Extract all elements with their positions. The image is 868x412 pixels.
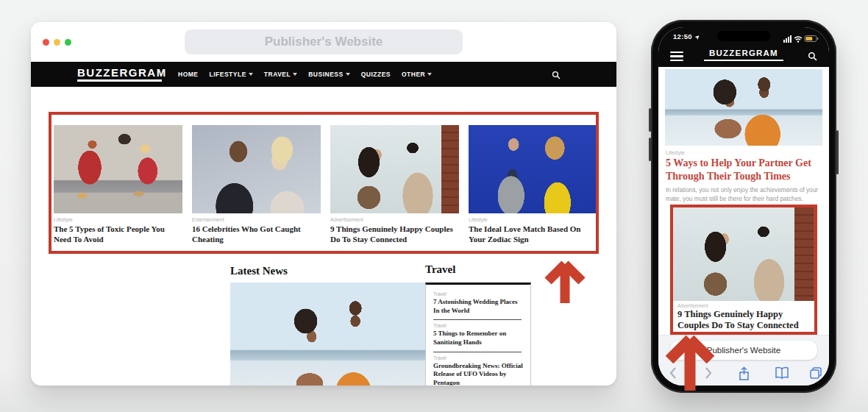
section-heading: Latest News <box>230 265 288 277</box>
nav-item-lifestyle[interactable]: LIFESTYLE <box>210 71 253 78</box>
close-window-button[interactable] <box>43 39 49 46</box>
tabs-icon[interactable] <box>809 366 822 383</box>
chevron-down-icon <box>249 73 253 76</box>
chevron-down-icon <box>293 73 297 76</box>
article-thumbnail[interactable] <box>330 125 459 213</box>
item-title[interactable]: 7 Astonishing Wedding Places In the Worl… <box>433 298 523 315</box>
latest-news-thumbnail[interactable] <box>230 283 429 386</box>
article-category: Lifestyle <box>666 150 685 155</box>
annotation-arrow-up-icon <box>663 332 717 395</box>
article-title[interactable]: The Ideal Love Match Based On Your Zodia… <box>469 224 597 245</box>
item-title[interactable]: 5 Things to Remember on Sanitizing Hands <box>433 330 523 347</box>
chevron-down-icon <box>346 73 350 76</box>
article-thumbnail[interactable] <box>665 69 822 146</box>
article-title[interactable]: The 5 Types of Toxic People You Need To … <box>54 224 182 245</box>
article-title[interactable]: 16 Celebrities Who Got Caught Cheating <box>192 224 321 245</box>
section-heading: Travel <box>425 263 455 276</box>
ad-category: Advertisement <box>677 303 814 308</box>
logo-underline <box>77 79 162 82</box>
sponsored-article-card[interactable]: Advertisement 9 Things Genuinely Happy C… <box>330 125 459 245</box>
chevron-down-icon <box>427 73 432 76</box>
article-card-row: Lifestyle The 5 Types of Toxic People Yo… <box>54 125 597 245</box>
item-title[interactable]: Groundbreaking News: Official Release of… <box>433 362 523 386</box>
nav-item-travel[interactable]: TRAVEL <box>264 71 297 78</box>
phone-volume-up-button <box>649 108 651 132</box>
nav-item-quizzes[interactable]: QUIZZES <box>361 71 391 78</box>
maximize-window-button[interactable] <box>65 39 71 46</box>
share-icon[interactable] <box>738 366 750 384</box>
divider <box>433 352 522 352</box>
minimize-window-button[interactable] <box>54 39 60 46</box>
nav-item-label: LIFESTYLE <box>210 71 246 78</box>
nav-item-home[interactable]: HOME <box>178 71 199 78</box>
battery-icon <box>805 36 818 42</box>
sponsored-card-highlight-box[interactable]: Advertisement 9 Things Genuinely Happy C… <box>670 205 817 335</box>
nav-item-label: TRAVEL <box>264 71 291 78</box>
url-bar-text: Publisher's Website <box>707 346 780 355</box>
list-item[interactable]: Travel 5 Things to Remember on Sanitizin… <box>433 323 523 352</box>
article-title[interactable]: 5 Ways to Help Your Partner Get Through … <box>666 157 819 182</box>
nav-item-label: HOME <box>178 71 199 78</box>
nav-item-label: OTHER <box>402 71 425 78</box>
list-item[interactable]: Travel Groundbreaking News: Official Rel… <box>433 355 523 386</box>
browser-titlebar: Publisher's Website <box>31 22 616 62</box>
phone-site-logo[interactable]: BUZZERGRAM <box>658 49 829 57</box>
window-controls <box>43 39 71 46</box>
article-card[interactable]: Entertainment 16 Celebrities Who Got Cau… <box>192 125 321 245</box>
article-category: Lifestyle <box>54 217 182 222</box>
search-icon[interactable] <box>552 69 561 82</box>
list-item[interactable]: Travel 7 Astonishing Wedding Places In t… <box>433 291 523 320</box>
nav-menu: HOME LIFESTYLE TRAVEL BUSINESS QUIZZES O… <box>178 62 432 87</box>
location-arrow-icon: ➤ <box>693 33 701 41</box>
nav-item-label: QUIZZES <box>361 71 391 78</box>
search-icon[interactable] <box>808 51 817 64</box>
wifi-icon <box>794 37 802 43</box>
nav-item-business[interactable]: BUSINESS <box>308 71 349 78</box>
time-text: 12:50 <box>673 32 692 40</box>
dynamic-island <box>717 31 770 41</box>
item-category: Travel <box>433 323 523 328</box>
ad-title[interactable]: 9 Things Genuinely Happy Couples Do To S… <box>677 309 810 331</box>
browser-window: Publisher's Website BUZZERGRAM HOME LIFE… <box>31 22 616 386</box>
ad-thumbnail[interactable] <box>673 207 814 301</box>
status-icons <box>783 32 819 46</box>
nav-item-label: BUSINESS <box>308 71 343 78</box>
annotation-arrow-up-icon <box>543 258 587 308</box>
logo-underline <box>704 60 783 61</box>
bookmarks-icon[interactable] <box>775 366 789 383</box>
article-thumbnail[interactable] <box>469 125 597 213</box>
phone-status-bar: 12:50 ➤ <box>658 27 829 45</box>
page-background: Publisher's Website BUZZERGRAM HOME LIFE… <box>0 0 868 412</box>
article-card[interactable]: Lifestyle The Ideal Love Match Based On … <box>469 125 597 245</box>
signal-icon <box>783 35 791 43</box>
phone-volume-down-button <box>649 138 651 161</box>
phone-power-button <box>836 130 839 174</box>
phone-site-header: BUZZERGRAM <box>658 45 829 67</box>
travel-section: Travel <box>425 263 455 276</box>
divider <box>433 319 522 320</box>
travel-list: Travel 7 Astonishing Wedding Places In t… <box>425 283 531 386</box>
article-thumbnail[interactable] <box>54 125 182 213</box>
article-category: Entertainment <box>192 217 321 222</box>
item-category: Travel <box>433 355 523 360</box>
article-thumbnail[interactable] <box>192 125 321 213</box>
latest-news-section: Latest News <box>230 265 288 277</box>
nav-item-other[interactable]: OTHER <box>402 71 432 78</box>
article-card[interactable]: Lifestyle The 5 Types of Toxic People Yo… <box>54 125 182 245</box>
site-logo[interactable]: BUZZERGRAM <box>77 66 167 79</box>
article-title[interactable]: 9 Things Genuinely Happy Couples Do To S… <box>330 224 459 245</box>
url-bar-text: Publisher's Website <box>265 35 383 49</box>
article-category: Lifestyle <box>469 217 597 222</box>
item-category: Travel <box>433 291 523 296</box>
status-time: 12:50 ➤ <box>673 32 700 40</box>
article-category: Advertisement <box>330 217 459 222</box>
article-excerpt: In relations, you not only enjoy the ach… <box>666 185 819 204</box>
site-navbar: BUZZERGRAM HOME LIFESTYLE TRAVEL BUSINES… <box>31 62 616 87</box>
browser-url-bar[interactable]: Publisher's Website <box>185 29 463 54</box>
